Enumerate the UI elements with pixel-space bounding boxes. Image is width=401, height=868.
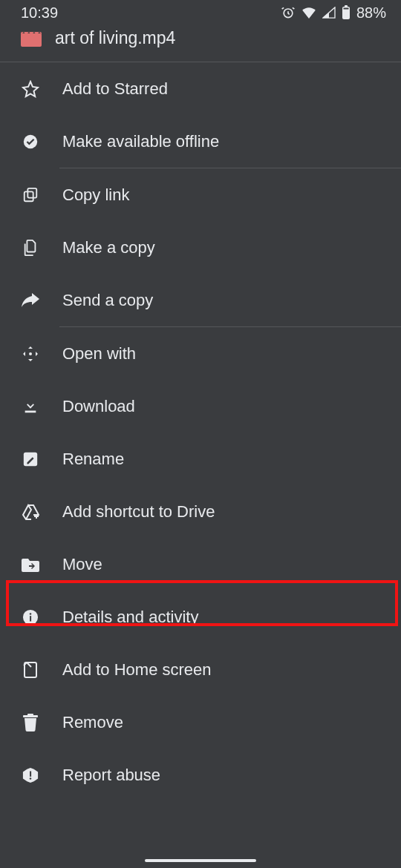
nav-indicator bbox=[145, 859, 256, 862]
rename-item[interactable]: Rename bbox=[0, 433, 401, 485]
copy-link-icon bbox=[21, 187, 40, 203]
move-folder-icon bbox=[21, 557, 40, 572]
send-a-copy-item[interactable]: Send a copy bbox=[0, 274, 401, 326]
menu-label: Add to Starred bbox=[62, 79, 168, 99]
download-icon bbox=[21, 398, 40, 415]
menu-label: Move bbox=[62, 555, 102, 574]
offline-icon bbox=[21, 134, 40, 150]
svg-rect-13 bbox=[30, 616, 31, 621]
make-a-copy-item[interactable]: Make a copy bbox=[0, 221, 401, 274]
svg-point-14 bbox=[30, 613, 32, 615]
menu-label: Add to Home screen bbox=[62, 660, 212, 680]
add-to-starred-item[interactable]: Add to Starred bbox=[0, 62, 401, 115]
svg-rect-4 bbox=[21, 33, 42, 47]
video-file-icon bbox=[21, 30, 42, 47]
drive-shortcut-icon bbox=[21, 504, 40, 520]
menu-label: Details and activity bbox=[62, 608, 198, 627]
remove-item[interactable]: Remove bbox=[0, 696, 401, 749]
details-activity-item[interactable]: Details and activity bbox=[0, 591, 401, 643]
status-bar: 10:39 88% bbox=[0, 0, 401, 25]
battery-icon bbox=[342, 5, 351, 20]
svg-rect-6 bbox=[25, 191, 33, 201]
menu-label: Make available offline bbox=[62, 132, 219, 151]
svg-point-19 bbox=[30, 777, 32, 780]
report-icon bbox=[21, 767, 40, 783]
report-abuse-item[interactable]: Report abuse bbox=[0, 749, 401, 801]
add-home-icon bbox=[21, 661, 40, 679]
menu-label: Make a copy bbox=[62, 238, 155, 257]
status-time: 10:39 bbox=[21, 4, 58, 22]
svg-rect-7 bbox=[27, 188, 36, 197]
file-header: art of living.mp4 bbox=[0, 25, 401, 62]
menu-label: Open with bbox=[62, 344, 136, 364]
wifi-icon bbox=[301, 7, 316, 19]
alarm-icon bbox=[281, 5, 296, 20]
rename-icon bbox=[21, 451, 40, 467]
info-icon bbox=[21, 609, 40, 625]
svg-rect-17 bbox=[27, 714, 33, 716]
move-item[interactable]: Move bbox=[0, 538, 401, 591]
svg-rect-15 bbox=[25, 662, 36, 677]
share-arrow-icon bbox=[21, 293, 40, 308]
trash-icon bbox=[21, 714, 40, 731]
status-icons: 88% bbox=[281, 4, 386, 22]
star-icon bbox=[21, 80, 40, 98]
svg-rect-2 bbox=[345, 5, 348, 7]
menu-label: Add shortcut to Drive bbox=[62, 502, 215, 522]
copy-link-item[interactable]: Copy link bbox=[0, 168, 401, 221]
open-with-icon bbox=[21, 345, 40, 363]
battery-percent: 88% bbox=[356, 4, 386, 22]
menu-label: Rename bbox=[62, 450, 124, 469]
menu-label: Remove bbox=[62, 713, 123, 732]
copy-file-icon bbox=[21, 239, 40, 257]
make-available-offline-item[interactable]: Make available offline bbox=[0, 115, 401, 168]
download-item[interactable]: Download bbox=[0, 380, 401, 433]
open-with-item[interactable]: Open with bbox=[0, 327, 401, 380]
cellular-icon bbox=[322, 7, 336, 19]
add-to-home-item[interactable]: Add to Home screen bbox=[0, 643, 401, 696]
svg-rect-3 bbox=[343, 8, 348, 10]
svg-point-8 bbox=[29, 352, 32, 355]
svg-rect-18 bbox=[30, 771, 31, 776]
add-shortcut-item[interactable]: Add shortcut to Drive bbox=[0, 485, 401, 538]
menu-label: Download bbox=[62, 397, 135, 416]
file-name: art of living.mp4 bbox=[55, 28, 175, 48]
context-menu: Add to Starred Make available offline Co… bbox=[0, 62, 401, 801]
menu-label: Report abuse bbox=[62, 766, 160, 785]
menu-label: Copy link bbox=[62, 185, 129, 205]
menu-label: Send a copy bbox=[62, 291, 153, 310]
